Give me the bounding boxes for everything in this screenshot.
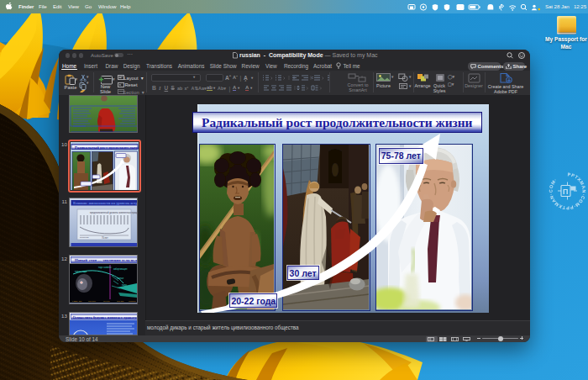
svg-text:П: П (563, 187, 568, 196)
svg-text:A: A (459, 4, 463, 10)
svg-text:Радикальный рост продолжительн: Радикальный рост продолжительности жизни (75, 145, 139, 150)
svg-text:генная: генная (117, 277, 124, 280)
svg-text:сегодня: сегодня (129, 300, 136, 303)
svg-text:паук сапиенс: паук сапиенс (98, 267, 112, 269)
svg-text:Влияние жизненности на уровень: Влияние жизненности на уровень астрологи… (73, 201, 138, 205)
svg-text:10 тыс.: 10 тыс. (103, 300, 110, 303)
svg-text:Новый этап — эволюция тела чел: Новый этап — эволюция тела человека (75, 258, 138, 262)
svg-text:новые виды: новые виды (75, 271, 87, 273)
svg-text:предположенный уровень жизненн: предположенный уровень жизненных процесс… (90, 211, 138, 214)
svg-text:киборгизация: киборгизация (113, 267, 128, 271)
svg-text:100 тыс.: 100 тыс. (88, 300, 97, 303)
svg-text:Осмыслить будущее помогает тра: Осмыслить будущее помогает трансгуманизм (73, 315, 139, 319)
svg-text:нано: нано (122, 284, 127, 287)
svg-text:1 млн. лет: 1 млн. лет (72, 300, 82, 303)
svg-text:рождение: рождение (80, 236, 90, 239)
svg-text:100 лет: 100 лет (117, 300, 124, 303)
svg-text:70 лет: 70 лет (102, 236, 108, 240)
